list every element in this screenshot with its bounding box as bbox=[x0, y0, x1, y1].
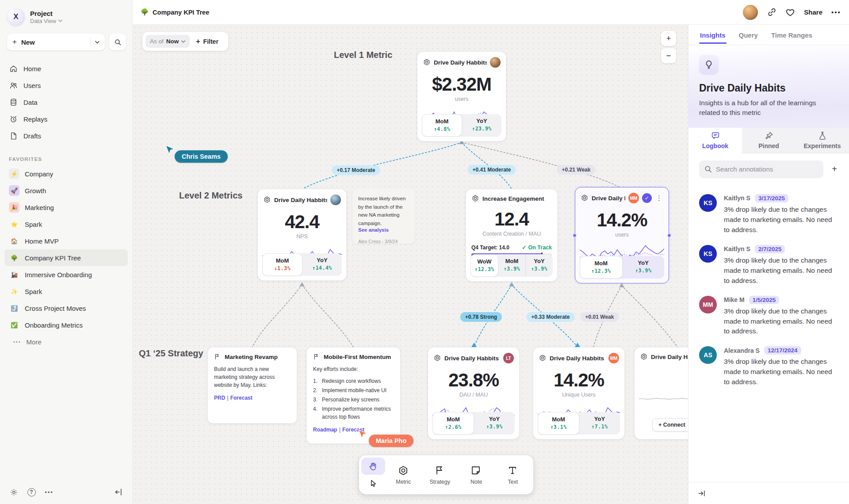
zoom-out-button[interactable]: − bbox=[661, 48, 676, 63]
stat-value: ↑12.3% bbox=[580, 268, 622, 274]
edge-correlation-label: +0.21 Weak bbox=[557, 165, 596, 175]
sidebar-item-users[interactable]: Users bbox=[4, 77, 128, 94]
sidebar-item-home[interactable]: Home bbox=[4, 60, 128, 77]
metric-card-unique-users[interactable]: Drive Daily Habbits MM 14.2% Unique User… bbox=[533, 347, 625, 439]
annotation-date-badge: 3/17/2025 bbox=[755, 194, 788, 202]
favorite-item-onboarding-metrics[interactable]: ✅Onboarding Metrics bbox=[4, 317, 128, 333]
note-card[interactable]: Increase likely driven by the launch of … bbox=[352, 189, 415, 244]
stat-mom[interactable]: MoM↑2.6% bbox=[432, 412, 474, 435]
favorite-item-cross-project-moves[interactable]: ⤴️Cross Project Moves bbox=[4, 300, 128, 317]
metric-hexagon-icon bbox=[640, 353, 648, 361]
annotation-item[interactable]: KSKaitlyn S3/17/20253% drop likely due t… bbox=[699, 194, 838, 235]
search-button[interactable] bbox=[109, 34, 126, 50]
favorite-item-immersive-onboarding[interactable]: 🚂Immersive Onboarding bbox=[4, 266, 128, 283]
document-title: 🌳 Company KPI Tree bbox=[141, 8, 209, 16]
metric-card-selected[interactable]: Drive Daily Habb.. MM ✓ ⋮ 14.2% users Mo… bbox=[575, 187, 669, 283]
annotation-text: 3% drop likely due to the changes made t… bbox=[724, 205, 838, 235]
search-annotations-input[interactable] bbox=[699, 160, 823, 178]
add-annotation-button[interactable]: + bbox=[829, 164, 840, 175]
metric-card-nps[interactable]: Drive Daily Habbits 42.4 NPS MoM↓1.3%YoY… bbox=[257, 189, 347, 281]
stat-mom[interactable]: MoM↓1.3% bbox=[262, 253, 302, 276]
workspace-switcher[interactable]: X Project Data View bbox=[0, 0, 132, 30]
tool-strategy[interactable]: Strategy bbox=[422, 458, 459, 492]
tool-text[interactable]: Text bbox=[495, 458, 532, 492]
selection-handle[interactable] bbox=[573, 233, 577, 237]
collapse-panel-icon[interactable] bbox=[697, 489, 706, 498]
tab-time-ranges[interactable]: Time Ranges bbox=[770, 26, 813, 43]
favorite-heart-icon[interactable] bbox=[785, 8, 795, 17]
share-button[interactable]: Share bbox=[804, 8, 822, 16]
stat-mom[interactable]: MoM↑4.8% bbox=[422, 114, 462, 137]
chevron-down-icon[interactable] bbox=[95, 41, 99, 44]
more-options-icon[interactable]: ••• bbox=[831, 8, 841, 17]
stat-yoy[interactable]: YoY↑3.9% bbox=[623, 256, 665, 279]
settings-gear-icon[interactable] bbox=[9, 487, 19, 497]
chevron-down-icon bbox=[181, 40, 185, 43]
stat-yoy[interactable]: YoY↑3.9% bbox=[474, 412, 515, 435]
selection-handle[interactable] bbox=[667, 233, 671, 237]
subtab-experiments[interactable]: Experiments bbox=[795, 128, 849, 153]
stat-mom[interactable]: MoM↑3.9% bbox=[498, 254, 525, 277]
favorite-item-label: Spark bbox=[25, 221, 42, 228]
copy-link-icon[interactable] bbox=[767, 8, 776, 17]
annotation-item[interactable]: ASAlexandra S12/17/20243% drop likely du… bbox=[699, 346, 838, 387]
favorite-item-company-kpi-tree[interactable]: 🌳Company KPI Tree bbox=[4, 249, 128, 266]
favorite-item-spark[interactable]: ⭐Spark bbox=[4, 216, 128, 233]
strategy-link-prd[interactable]: PRD bbox=[214, 395, 225, 401]
help-icon[interactable]: ? bbox=[27, 487, 36, 497]
metric-card-level1[interactable]: Drive Daily Habbits $2.32M users MoM↑4.8… bbox=[417, 51, 506, 141]
see-analysis-link[interactable]: See analysis bbox=[358, 227, 409, 233]
strategy-card-marketing[interactable]: Marketing Revamp Build and launch a new … bbox=[207, 347, 297, 424]
new-button[interactable]: + New bbox=[7, 34, 105, 50]
kpi-tree-canvas[interactable]: As of Now + Filter + − Level 1 Metric Le… bbox=[133, 25, 688, 504]
favorite-item-marketing[interactable]: 🎉Marketing bbox=[4, 199, 128, 216]
plus-icon: + bbox=[12, 38, 17, 46]
connect-button[interactable]: + Connect bbox=[652, 418, 688, 431]
tab-query[interactable]: Query bbox=[738, 26, 759, 43]
favorite-item-growth[interactable]: 🚀Growth bbox=[4, 182, 128, 199]
as-of-dropdown[interactable]: As of Now bbox=[145, 35, 190, 48]
collapse-sidebar-icon[interactable] bbox=[114, 487, 123, 497]
stat-mom[interactable]: MoM↑3.1% bbox=[538, 412, 579, 435]
stat-yoy[interactable]: YoY↑7.1% bbox=[579, 412, 620, 435]
tool-note[interactable]: Note bbox=[458, 458, 495, 492]
annotation-item[interactable]: MMMike M1/5/20253% drop likely due to th… bbox=[699, 296, 838, 337]
metric-card-dau[interactable]: Drive Daily Habbits LT 23.8% DAU / MAU M… bbox=[428, 347, 520, 439]
favorite-item-spark[interactable]: ✨Spark bbox=[4, 283, 128, 300]
sidebar: X Project Data View + New HomeUsersDataR… bbox=[0, 0, 133, 504]
tool-metric[interactable]: Metric bbox=[385, 458, 422, 492]
subtab-logbook[interactable]: Logbook bbox=[688, 128, 742, 153]
zoom-in-button[interactable]: + bbox=[661, 31, 676, 46]
stat-mom[interactable]: MoM↑12.3% bbox=[580, 256, 623, 279]
favorite-emoji-icon: ⚡ bbox=[9, 168, 19, 179]
user-avatar[interactable] bbox=[743, 5, 758, 20]
workspace-view[interactable]: Data View bbox=[30, 18, 62, 24]
strategy-link-roadmap[interactable]: Roadmap bbox=[313, 427, 337, 433]
card-menu-icon[interactable]: ⋮ bbox=[655, 194, 663, 202]
metric-unit: Unique Users bbox=[533, 392, 624, 398]
panel-tabs: Insights Query Time Ranges bbox=[688, 25, 849, 45]
tab-insights[interactable]: Insights bbox=[699, 26, 727, 43]
sidebar-item-more[interactable]: ••• More bbox=[4, 333, 128, 350]
favorite-item-company[interactable]: ⚡Company bbox=[4, 165, 128, 182]
sidebar-item-replays[interactable]: Replays bbox=[4, 111, 128, 127]
annotation-item[interactable]: KSKaitlyn S2/7/20253% drop likely due to… bbox=[699, 245, 838, 286]
favorite-item-home-mvp[interactable]: 🏠Home MVP bbox=[4, 233, 128, 249]
sidebar-item-drafts[interactable]: Drafts bbox=[4, 127, 128, 144]
annotation-text: 3% drop likely due to the changes made t… bbox=[724, 306, 838, 337]
more-options-icon[interactable]: ••• bbox=[44, 487, 54, 497]
stat-wow[interactable]: WoW↑12.3% bbox=[470, 254, 498, 277]
filter-button[interactable]: + Filter bbox=[192, 38, 222, 46]
stat-yoy[interactable]: YoY↑3.9% bbox=[525, 254, 553, 277]
select-tool-button[interactable] bbox=[361, 475, 385, 492]
sidebar-item-data[interactable]: Data bbox=[4, 94, 128, 111]
strategy-link-forecast[interactable]: Forecast bbox=[230, 395, 252, 401]
strategy-list-item: 1.Redesign core workflows bbox=[313, 377, 394, 385]
metric-card-partial[interactable]: Drive Daily Hab + Connect bbox=[634, 347, 688, 439]
stat-yoy[interactable]: YoY↑23.9% bbox=[462, 114, 501, 137]
stat-yoy[interactable]: YoY↑14.4% bbox=[302, 253, 342, 276]
metric-card-engagement[interactable]: Increase Engagement 12.4 Content Creatio… bbox=[466, 189, 558, 282]
hand-tool-button[interactable] bbox=[361, 458, 385, 475]
stat-value: ↑14.4% bbox=[302, 265, 342, 271]
subtab-pinned[interactable]: Pinned bbox=[742, 128, 795, 153]
